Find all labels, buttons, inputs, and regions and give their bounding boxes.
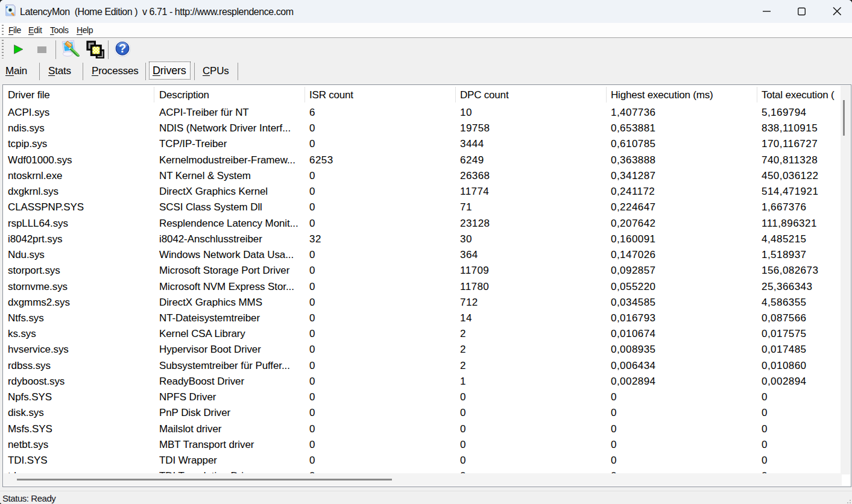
- svg-text:?: ?: [119, 42, 126, 55]
